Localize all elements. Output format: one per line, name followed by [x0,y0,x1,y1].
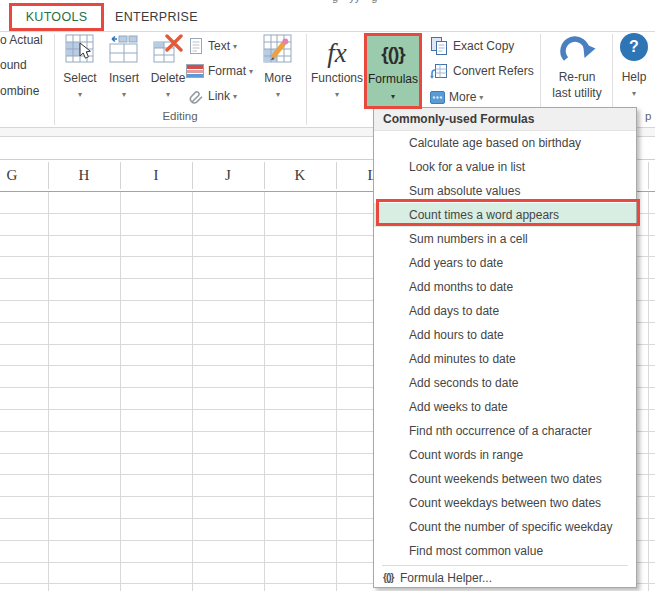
delete-grid-icon [153,34,183,64]
menu-item[interactable]: Find most common value [374,539,636,563]
column-header[interactable]: G [0,167,48,184]
group-separator [54,34,55,125]
braces-icon: {()} [374,572,400,583]
gridline [264,192,265,591]
menu-item[interactable]: Find nth occurrence of a character [374,419,636,443]
format-stripes-icon [186,64,204,78]
editing-group-label: Editing [130,110,230,122]
ribbon-button-partial[interactable]: o Actual [0,33,43,47]
column-header[interactable]: I [120,167,192,184]
exact-copy-icon [430,37,449,55]
ribbon-tab-row: g yy g KUTOOLS ENTERPRISE [0,0,655,32]
column-header[interactable]: H [48,167,120,184]
select-button[interactable]: Select [58,34,102,126]
menu-item[interactable]: Count times a word appears [374,203,636,227]
text-button[interactable]: Text [188,35,237,57]
column-header[interactable]: J [192,167,264,184]
menu-item[interactable]: Count weekends between two dates [374,467,636,491]
functions-button[interactable]: fx Functions [310,34,364,126]
menu-item[interactable]: Look for a value in list [374,155,636,179]
menu-group-header: Commonly-used Formulas [374,108,636,131]
tab-kutools[interactable]: KUTOOLS [9,3,104,31]
menu-item[interactable]: Add days to date [374,299,636,323]
ribbon-button-partial[interactable]: ombine [0,84,39,98]
rerun-arrow-icon [558,34,596,64]
menu-item-list: Calculate age based on birthdayLook for … [374,131,636,563]
ribbon-button-partial[interactable]: ound [0,58,27,72]
menu-item[interactable]: Add years to date [374,251,636,275]
column-header[interactable]: K [264,167,336,184]
menu-item-formula-helper[interactable]: {()} Formula Helper... [374,568,636,587]
clipped-title-text: g yy g [332,0,462,6]
menu-item[interactable]: Count words in range [374,443,636,467]
menu-item[interactable]: Calculate age based on birthday [374,131,636,155]
link-button[interactable]: Link [188,85,237,107]
insert-grid-icon [109,34,139,64]
braces-icon: {()} [381,43,404,64]
menu-separator [382,565,628,566]
gridline [336,192,337,591]
convert-refers-button[interactable]: Convert Refers [430,60,534,82]
more-grid-pencil-icon [263,34,293,64]
menu-item[interactable]: Add seconds to date [374,371,636,395]
menu-item[interactable]: Add minutes to date [374,347,636,371]
formulas-button[interactable]: {()} Formulas [364,33,422,109]
more-editing-button[interactable]: More [256,34,300,126]
link-paperclip-icon [188,88,204,104]
more-dots-icon [430,91,445,104]
excel-kutools-window: g yy g KUTOOLS ENTERPRISE o Actual ound … [0,0,655,591]
formulas-dropdown-menu: Commonly-used Formulas Calculate age bas… [373,107,637,588]
tab-enterprise[interactable]: ENTERPRISE [115,3,198,31]
group-separator [306,34,307,125]
gridline [648,192,649,591]
select-grid-icon [65,34,95,64]
menu-item[interactable]: Count the number of specific weekday [374,515,636,539]
convert-refers-icon [430,62,449,80]
menu-item[interactable]: Sum absolute values [374,179,636,203]
text-document-icon [188,38,204,55]
partial-group-label: p [645,110,651,122]
fx-icon: fx [327,38,347,68]
menu-item[interactable]: Add hours to date [374,323,636,347]
gridline [192,192,193,591]
menu-item[interactable]: Count weekdays between two dates [374,491,636,515]
menu-item[interactable]: Add weeks to date [374,395,636,419]
help-question-icon: ? [620,33,648,61]
format-button[interactable]: Format [186,60,253,82]
menu-item[interactable]: Add months to date [374,275,636,299]
exact-copy-button[interactable]: Exact Copy [430,35,514,57]
menu-item[interactable]: Sum numbers in a cell [374,227,636,251]
gridline [48,192,49,591]
gridline [120,192,121,591]
column-separator [648,162,649,189]
more-utility-button[interactable]: More [430,86,483,108]
